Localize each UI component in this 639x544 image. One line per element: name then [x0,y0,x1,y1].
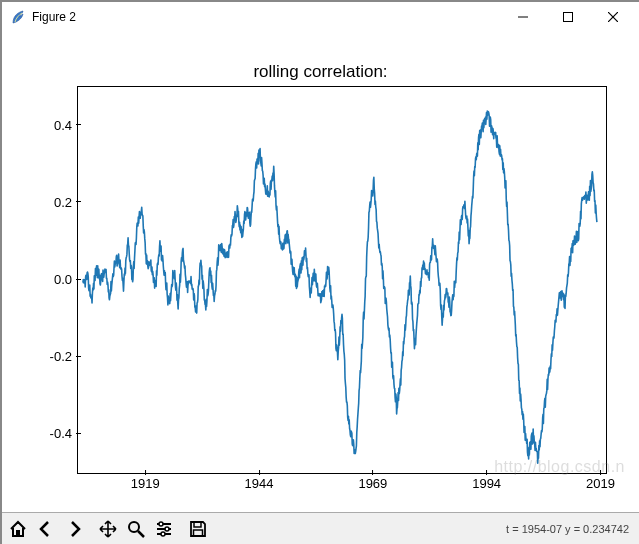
svg-rect-9 [194,522,201,527]
cursor-status: t = 1954-07 y = 0.234742 [506,523,637,535]
y-tick-label: 0.0 [32,272,72,287]
x-tick-label: 1944 [245,476,274,491]
back-button[interactable] [32,515,60,543]
save-button[interactable] [184,515,212,543]
maximize-button[interactable] [545,2,590,32]
chart-line-series [83,111,597,463]
close-button[interactable] [590,2,635,32]
x-tick-label: 1969 [358,476,387,491]
minimize-button[interactable] [500,2,545,32]
x-tick-label: 1994 [472,476,501,491]
home-button[interactable] [4,515,32,543]
zoom-button[interactable] [122,515,150,543]
figure-canvas: rolling correlation: http://blog.csdn.n … [2,32,639,512]
y-tick-label: -0.2 [32,349,72,364]
x-tick-label: 2019 [586,476,615,491]
chart-title: rolling correlation: [2,62,639,82]
svg-rect-1 [563,13,572,22]
svg-line-5 [138,531,144,537]
configure-button[interactable] [150,515,178,543]
nav-toolbar: t = 1954-07 y = 0.234742 [2,512,639,544]
window-titlebar: Figure 2 [2,2,639,32]
svg-point-7 [165,527,169,531]
pan-button[interactable] [94,515,122,543]
forward-button[interactable] [60,515,88,543]
y-tick-label: -0.4 [32,426,72,441]
app-icon [10,9,26,25]
svg-point-6 [159,522,163,526]
svg-rect-10 [194,530,203,536]
window-title: Figure 2 [32,10,76,24]
svg-point-8 [161,532,165,536]
x-tick-label: 1919 [131,476,160,491]
svg-point-4 [129,522,139,532]
y-tick-label: 0.4 [32,117,72,132]
y-tick-label: 0.2 [32,194,72,209]
chart-axes[interactable] [77,86,607,474]
